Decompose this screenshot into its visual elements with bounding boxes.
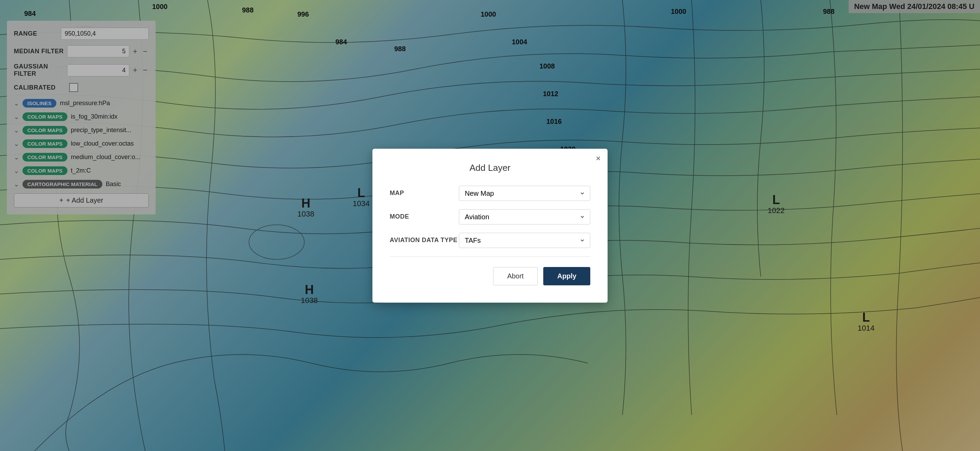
modal-mode-select[interactable]: Aviation Standard Satellite [459, 209, 590, 225]
modal-divider [390, 256, 590, 257]
modal-actions: Abort Apply [390, 267, 590, 285]
modal-mode-label: MODE [390, 213, 459, 220]
modal-close-button[interactable]: × [596, 154, 601, 163]
modal-title: Add Layer [390, 163, 590, 173]
modal-aviation-data-type-label: AVIATION DATA TYPE [390, 237, 459, 244]
modal-map-select[interactable]: New Map [459, 186, 590, 201]
modal-mode-field: MODE Aviation Standard Satellite [390, 209, 590, 225]
modal-map-field: MAP New Map [390, 186, 590, 201]
add-layer-modal: Add Layer × MAP New Map MODE Aviation St… [372, 149, 608, 303]
abort-button[interactable]: Abort [493, 267, 538, 285]
modal-aviation-data-type-select[interactable]: TAFs METARs SIGMETs [459, 233, 590, 248]
apply-button[interactable]: Apply [543, 267, 590, 285]
modal-map-label: MAP [390, 190, 459, 197]
modal-overlay: Add Layer × MAP New Map MODE Aviation St… [0, 0, 980, 451]
modal-aviation-data-type-field: AVIATION DATA TYPE TAFs METARs SIGMETs [390, 233, 590, 248]
